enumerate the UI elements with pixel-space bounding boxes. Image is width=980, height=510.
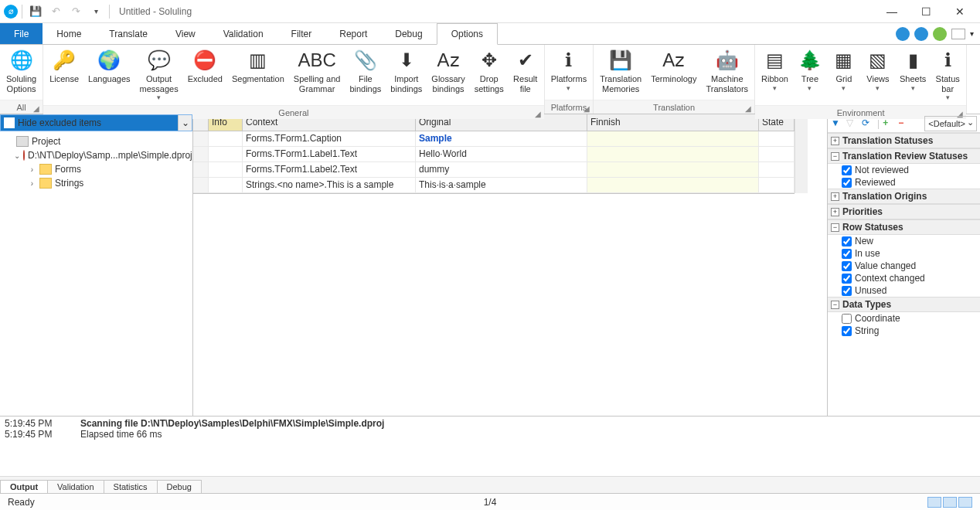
col-finnish[interactable]: Finnish [587, 114, 759, 131]
checkbox[interactable] [842, 314, 852, 324]
cell-original[interactable]: Sample [416, 131, 587, 147]
cell-finnish[interactable] [587, 147, 759, 162]
minus-icon[interactable]: − [898, 117, 910, 130]
tab-validation[interactable]: Validation [209, 23, 277, 44]
row-status-item[interactable]: Value changed [828, 260, 980, 272]
ribbon-sheetsv[interactable]: ▮Sheets▾ [895, 46, 931, 94]
section-translation-statuses[interactable]: +Translation Statuses [828, 133, 980, 148]
section-review-statuses[interactable]: −Translation Review Statuses [828, 148, 980, 164]
tab-translate[interactable]: Translate [95, 23, 162, 44]
ribbon-filebind[interactable]: 📎Filebindings [345, 46, 386, 95]
cell-info[interactable] [209, 162, 243, 178]
layout-icon-1[interactable] [927, 497, 941, 508]
ribbon-languages[interactable]: 🌍Languages [83, 46, 134, 86]
project-tree[interactable]: Project ⌄D:\NT\Deploy\Samp...mple\Simple… [0, 131, 192, 416]
undo-icon[interactable]: ↶ [46, 2, 65, 21]
output-tab-statistics[interactable]: Statistics [104, 480, 158, 493]
app-icon[interactable]: ⌀ [4, 5, 18, 19]
checkbox[interactable] [842, 178, 852, 188]
layout-icon-2[interactable] [943, 497, 957, 508]
ribbon-term[interactable]: AᴢTerminology [646, 46, 701, 86]
tree-root[interactable]: Project [2, 134, 191, 148]
cell-original[interactable]: This·is·a·sample [416, 178, 587, 193]
tab-view[interactable]: View [162, 23, 209, 44]
section-origins[interactable]: +Translation Origins [828, 189, 980, 204]
cell-original[interactable]: Hello·World [416, 147, 587, 162]
cell-finnish[interactable] [587, 162, 759, 178]
filter-combo[interactable]: Hide excluded items ⌄ [0, 114, 192, 131]
cell-info[interactable] [209, 178, 243, 193]
ribbon-gridv[interactable]: ▦Grid▾ [827, 46, 861, 94]
tab-debug[interactable]: Debug [381, 23, 436, 44]
ribbon-result[interactable]: ✔Resultfile [509, 46, 543, 95]
cell-state[interactable] [759, 131, 795, 147]
output-tab-output[interactable]: Output [0, 480, 48, 493]
ribbon-importbind[interactable]: ⬇Importbindings [386, 46, 427, 95]
section-data-types[interactable]: −Data Types [828, 297, 980, 312]
qat-dropdown-icon[interactable]: ▾ [87, 2, 105, 21]
ribbon-spelling[interactable]: ABCSpelling andGrammar [289, 46, 345, 95]
cell-info[interactable] [209, 131, 243, 147]
ribbon-mt[interactable]: 🤖MachineTranslators [701, 46, 753, 95]
tab-options[interactable]: Options [437, 23, 498, 45]
ribbon-soluling[interactable]: 🌐SolulingOptions [2, 46, 41, 95]
ribbon-treev[interactable]: 🌲Tree▾ [793, 46, 827, 94]
ribbon-output[interactable]: 💬Outputmessages▾ [135, 46, 183, 104]
ribbon-glossary[interactable]: AᴢGlossarybindings [427, 46, 469, 95]
cell-info[interactable] [209, 147, 243, 162]
chevron-down-icon[interactable]: ⌄ [178, 115, 192, 131]
checkbox[interactable] [842, 286, 852, 296]
ribbon-segmentation[interactable]: ▥Segmentation [227, 46, 289, 86]
row-selector[interactable] [193, 162, 209, 178]
tab-filter[interactable]: Filter [277, 23, 326, 44]
ribbon-ribbonv[interactable]: ▤Ribbon▾ [757, 46, 793, 94]
checkbox[interactable] [842, 165, 852, 175]
cell-context[interactable]: Forms.TForm1.Caption [243, 131, 416, 147]
tab-home[interactable]: Home [43, 23, 95, 44]
data-type-item[interactable]: String [828, 325, 980, 337]
output-tab-validation[interactable]: Validation [47, 480, 104, 493]
cell-context[interactable]: Forms.TForm1.Label2.Text [243, 162, 416, 178]
review-status-item[interactable]: Reviewed [828, 176, 980, 189]
output-body[interactable]: 5:19:45 PMScanning file D:\NT\Deploy\Sam… [0, 416, 980, 476]
row-selector[interactable] [193, 131, 209, 147]
tree-file[interactable]: ⌄D:\NT\Deploy\Samp...mple\Simple.dproj [2, 148, 191, 162]
ribbon-viewsv[interactable]: ▧Views▾ [861, 46, 895, 94]
ribbon-drop[interactable]: ✥Dropsettings [470, 46, 509, 95]
filter-preset-select[interactable]: <Default> [924, 116, 977, 131]
cell-original[interactable]: dummy [416, 162, 587, 178]
tab-report[interactable]: Report [325, 23, 381, 44]
row-status-item[interactable]: Unused [828, 284, 980, 297]
ribbon-tm[interactable]: 💾TranslationMemories [595, 46, 646, 95]
ribbon-platforms[interactable]: ℹPlatforms▾ [546, 46, 591, 94]
review-status-item[interactable]: Not reviewed [828, 164, 980, 176]
tab-file[interactable]: File [0, 23, 43, 44]
save-icon[interactable]: 💾 [26, 2, 45, 21]
cell-state[interactable] [759, 147, 795, 162]
output-tab-debug[interactable]: Debug [157, 480, 202, 493]
cell-state[interactable] [759, 178, 795, 193]
style-dropdown-icon[interactable] [951, 29, 965, 39]
help-icon[interactable] [896, 27, 910, 41]
translation-grid[interactable]: InfoContextOriginalFinnishStateForms.TFo… [193, 114, 795, 194]
data-type-item[interactable]: Coordinate [828, 312, 980, 325]
ribbon-statusv[interactable]: ℹStatusbar▾ [931, 46, 965, 104]
section-priorities[interactable]: +Priorities [828, 204, 980, 219]
vertical-scrollbar[interactable] [795, 114, 808, 193]
row-status-item[interactable]: New [828, 235, 980, 247]
layout-icon-3[interactable] [958, 497, 972, 508]
checkbox[interactable] [842, 326, 852, 336]
tree-node-forms[interactable]: ›Forms [2, 162, 191, 176]
maximize-button[interactable]: ☐ [909, 0, 943, 23]
section-row-statuses[interactable]: −Row Statuses [828, 219, 980, 235]
ribbon-license[interactable]: 🔑License [45, 46, 83, 86]
checkbox[interactable] [842, 274, 852, 284]
redo-icon[interactable]: ↷ [66, 2, 85, 21]
minimize-button[interactable]: — [875, 0, 909, 23]
ribbon-excluded[interactable]: ⛔Excluded [183, 46, 227, 86]
cell-context[interactable]: Forms.TForm1.Label1.Text [243, 147, 416, 162]
row-status-item[interactable]: In use [828, 247, 980, 260]
checkbox[interactable] [842, 249, 852, 259]
cell-finnish[interactable] [587, 131, 759, 147]
cell-context[interactable]: Strings.<no name>.This is a sample [243, 178, 416, 193]
